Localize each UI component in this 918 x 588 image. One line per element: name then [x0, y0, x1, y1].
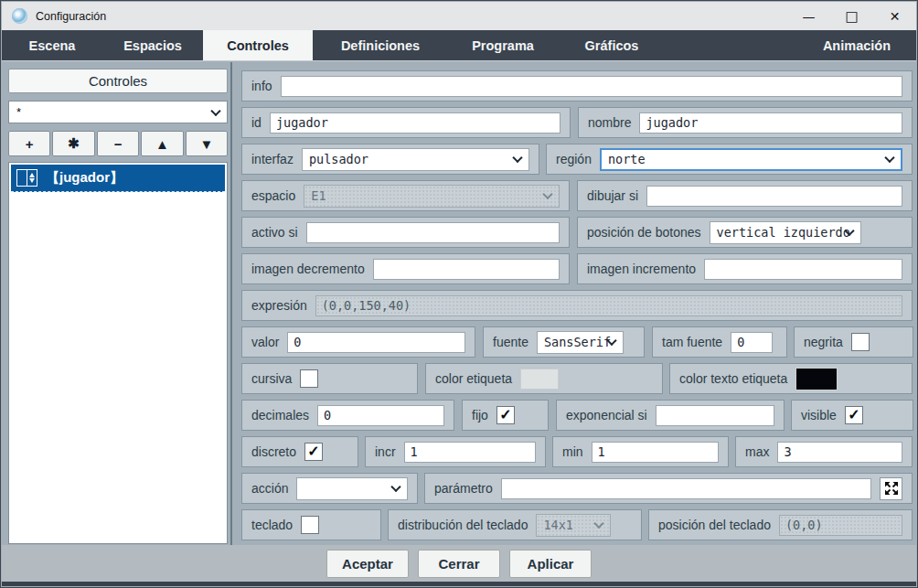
exponencial-si-input[interactable]	[656, 405, 774, 426]
field-expresion: expresión	[241, 290, 913, 321]
field-dibujar-si: dibujar si	[577, 180, 913, 211]
info-input[interactable]	[281, 76, 902, 97]
add-control-button[interactable]: +	[8, 131, 50, 156]
field-imagen-decremento: imagen decremento	[241, 253, 570, 284]
min-label: min	[562, 444, 583, 459]
imagen-decremento-label: imagen decremento	[251, 262, 365, 276]
imagen-incremento-label: imagen incremento	[587, 262, 696, 276]
incr-input[interactable]	[404, 442, 536, 463]
exponencial-si-label: exponencial si	[566, 408, 647, 422]
chevron-down-icon	[210, 105, 220, 115]
footer-bar: Aceptar Cerrar Aplicar	[2, 545, 916, 582]
accion-label: acción	[251, 481, 288, 496]
min-input[interactable]	[592, 442, 719, 463]
list-item-label: 【jugador】	[46, 169, 123, 187]
fuente-value: SansSerif	[544, 335, 611, 349]
tam-fuente-input[interactable]	[731, 332, 773, 353]
expand-editor-button[interactable]	[880, 477, 902, 500]
parametro-input[interactable]	[501, 478, 871, 499]
region-label: región	[556, 152, 592, 166]
main-area: Controles * + ✱ − ▲ ▼ 【jugador】	[2, 62, 916, 547]
field-id: id	[241, 107, 571, 138]
spinner-control-icon	[16, 169, 37, 187]
move-down-button[interactable]: ▼	[186, 131, 228, 156]
posicion-teclado-label: posición del teclado	[658, 518, 771, 532]
expresion-label: expresión	[251, 298, 307, 313]
field-visible: visible ✓	[791, 400, 913, 431]
move-up-button[interactable]: ▲	[141, 131, 183, 156]
region-value: norte	[608, 152, 646, 166]
duplicate-control-button[interactable]: ✱	[52, 131, 94, 156]
controls-panel-title: Controles	[8, 69, 228, 93]
field-activo-si: activo si	[241, 217, 570, 248]
fijo-checkbox[interactable]: ✓	[496, 406, 515, 424]
parametro-label: parámetro	[434, 481, 493, 496]
field-interfaz: interfaz pulsador	[241, 144, 539, 175]
valor-label: valor	[251, 335, 279, 349]
field-accion: acción	[241, 473, 418, 504]
decimales-label: decimales	[251, 408, 309, 422]
maximize-icon[interactable]: □	[830, 2, 873, 30]
tab-escena[interactable]: Escena	[2, 30, 102, 60]
espacio-label: espacio	[251, 188, 295, 203]
visible-label: visible	[801, 408, 837, 422]
teclado-checkbox[interactable]	[301, 516, 319, 534]
remove-control-button[interactable]: −	[97, 131, 139, 156]
close-icon[interactable]: ✕	[873, 2, 916, 30]
tab-espacios[interactable]: Espacios	[102, 30, 203, 60]
tab-bar: Escena Espacios Controles Definiciones P…	[2, 30, 916, 61]
chevron-down-icon	[512, 153, 522, 163]
window-title: Configuración	[36, 10, 106, 23]
tab-animacion[interactable]: Animación	[823, 30, 916, 60]
region-select[interactable]: norte	[600, 148, 902, 171]
controls-filter-select[interactable]: *	[8, 101, 228, 123]
activo-si-input[interactable]	[306, 222, 560, 243]
dibujar-si-label: dibujar si	[587, 188, 638, 203]
apply-button[interactable]: Aplicar	[509, 550, 592, 578]
tab-definiciones[interactable]: Definiciones	[313, 30, 448, 60]
tam-fuente-label: tam fuente	[662, 335, 722, 349]
negrita-label: negrita	[804, 335, 843, 349]
id-input[interactable]	[270, 112, 560, 134]
tab-controles[interactable]: Controles	[203, 30, 313, 60]
posicion-teclado-input	[779, 515, 902, 536]
fuente-select[interactable]: SansSerif	[537, 331, 624, 354]
tab-programa[interactable]: Programa	[448, 30, 558, 60]
field-negrita: negrita	[794, 326, 913, 358]
interfaz-label: interfaz	[251, 152, 294, 166]
list-item-jugador[interactable]: 【jugador】	[11, 165, 225, 192]
decimales-input[interactable]	[317, 405, 444, 426]
field-region: región norte	[546, 144, 913, 175]
dibujar-si-input[interactable]	[646, 186, 902, 207]
chevron-down-icon	[542, 189, 552, 199]
posicion-botones-select[interactable]: vertical izquierdo	[710, 221, 861, 244]
nombre-input[interactable]	[639, 112, 902, 134]
max-input[interactable]	[777, 442, 902, 463]
field-posicion-botones: posición de botones vertical izquierdo	[577, 217, 913, 248]
visible-checkbox[interactable]: ✓	[845, 406, 863, 424]
accept-button[interactable]: Aceptar	[326, 550, 409, 578]
tab-graficos[interactable]: Gráficos	[558, 30, 666, 60]
accion-select[interactable]	[296, 477, 408, 500]
field-fijo: fijo ✓	[462, 400, 549, 431]
discreto-checkbox[interactable]: ✓	[304, 443, 323, 461]
negrita-checkbox[interactable]	[851, 333, 870, 351]
color-texto-etiqueta-swatch[interactable]	[795, 368, 838, 390]
valor-input[interactable]	[287, 332, 465, 353]
color-etiqueta-swatch[interactable]	[520, 369, 559, 390]
app-icon	[12, 8, 27, 24]
minimize-icon[interactable]: —	[787, 2, 830, 30]
color-etiqueta-label: color etiqueta	[435, 371, 512, 386]
id-label: id	[251, 115, 262, 130]
field-valor: valor	[241, 326, 475, 358]
imagen-incremento-input[interactable]	[704, 259, 902, 280]
field-distribucion-teclado: distribución del teclado 14x1	[388, 509, 642, 540]
field-cursiva: cursiva	[241, 363, 418, 394]
interfaz-select[interactable]: pulsador	[302, 148, 529, 171]
window-bottom-edge	[2, 582, 916, 586]
imagen-decremento-input[interactable]	[373, 259, 560, 280]
close-button[interactable]: Cerrar	[418, 550, 500, 578]
cursiva-checkbox[interactable]	[300, 369, 318, 388]
field-teclado: teclado	[241, 509, 381, 540]
field-espacio: espacio E1	[241, 180, 570, 211]
